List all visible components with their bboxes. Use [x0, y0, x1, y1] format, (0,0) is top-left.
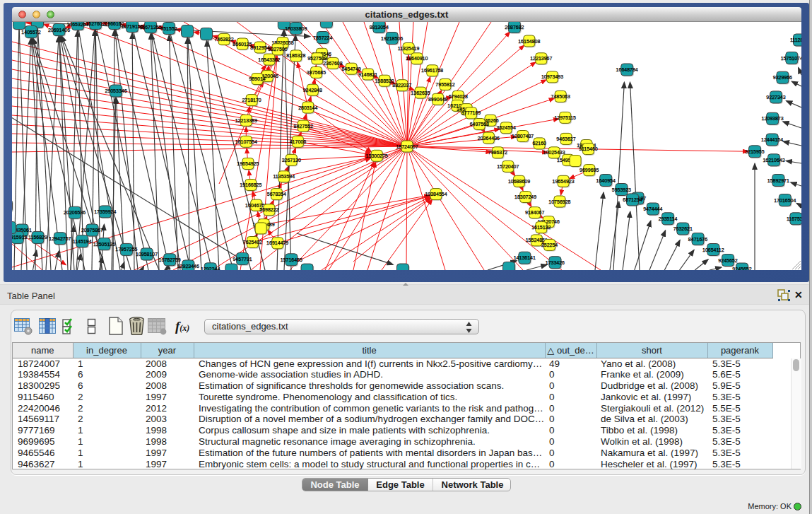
svg-text:6794028: 6794028 [449, 94, 468, 99]
svg-text:11325419: 11325419 [398, 46, 420, 51]
svg-text:16648784: 16648784 [616, 67, 638, 72]
svg-text:10025433: 10025433 [543, 150, 565, 155]
svg-text:16782759: 16782759 [159, 257, 181, 262]
svg-text:1733426: 1733426 [546, 260, 565, 265]
svg-text:751552: 751552 [160, 26, 177, 31]
svg-text:17016504: 17016504 [774, 198, 796, 203]
svg-text:10756928: 10756928 [548, 199, 570, 204]
svg-text:9245652: 9245652 [732, 267, 751, 270]
svg-text:9329966: 9329966 [773, 75, 792, 80]
svg-text:252254: 252254 [541, 243, 558, 247]
svg-text:16914479: 16914479 [266, 240, 288, 245]
svg-text:6871234: 6871234 [623, 197, 642, 202]
svg-text:18307249: 18307249 [514, 194, 536, 199]
svg-text:15716485: 15716485 [281, 257, 302, 262]
svg-text:8186328: 8186328 [286, 53, 305, 58]
svg-text:9327500: 9327500 [268, 47, 287, 52]
svg-text:2803144: 2803144 [298, 105, 317, 110]
svg-text:8822037: 8822037 [392, 83, 411, 88]
svg-text:19218506: 19218506 [381, 36, 403, 41]
svg-text:19654925: 19654925 [237, 161, 259, 166]
svg-text:9184067: 9184067 [525, 210, 544, 215]
svg-text:10807487: 10807487 [512, 134, 534, 139]
svg-text:9457791: 9457791 [233, 257, 252, 262]
svg-text:989014: 989014 [249, 76, 265, 81]
svg-text:12505135: 12505135 [93, 242, 115, 247]
svg-text:7955812: 7955812 [435, 82, 454, 87]
svg-text:29053346: 29053346 [105, 88, 126, 93]
svg-text:20206536: 20206536 [64, 210, 86, 215]
svg-text:8660125: 8660125 [233, 42, 252, 47]
svg-text:3875685: 3875685 [307, 70, 326, 75]
svg-text:9777169: 9777169 [461, 110, 481, 115]
svg-text:16033809: 16033809 [285, 26, 307, 31]
svg-text:12444154: 12444154 [761, 137, 783, 142]
svg-text:7625402: 7625402 [243, 240, 262, 245]
svg-text:9463627: 9463627 [556, 136, 575, 141]
svg-text:19166825: 19166825 [240, 182, 261, 187]
svg-text:3267130: 3267130 [282, 158, 301, 163]
svg-text:12213967: 12213967 [530, 56, 552, 61]
svg-text:16107554: 16107554 [235, 139, 257, 144]
svg-text:10973493: 10973493 [541, 74, 563, 79]
svg-text:2087682: 2087682 [505, 25, 524, 30]
svg-text:12975115: 12975115 [554, 115, 576, 120]
svg-text:8454749: 8454749 [341, 66, 360, 71]
svg-text:7986372: 7986372 [488, 150, 507, 155]
svg-text:18640910: 18640910 [406, 56, 428, 61]
svg-text:12923446: 12923446 [177, 264, 199, 269]
svg-text:14136141: 14136141 [514, 255, 536, 260]
svg-text:1405572: 1405572 [21, 30, 40, 35]
svg-text:20975867: 20975867 [81, 228, 103, 233]
svg-text:9115460: 9115460 [579, 146, 598, 151]
svg-text:1527602: 1527602 [86, 22, 105, 26]
svg-text:9146821: 9146821 [358, 72, 377, 77]
svg-text:1640954: 1640954 [596, 178, 616, 183]
svg-text:7463822: 7463822 [214, 37, 233, 42]
svg-text:7632621: 7632621 [673, 226, 693, 231]
svg-text:8471676: 8471676 [688, 237, 707, 242]
svg-text:15720407: 15720407 [497, 164, 519, 169]
svg-text:20364436: 20364436 [478, 136, 500, 141]
svg-text:18724007: 18724007 [396, 144, 418, 149]
svg-text:2935114: 2935114 [659, 216, 678, 221]
svg-text:12093873: 12093873 [762, 116, 784, 121]
svg-text:16671355: 16671355 [139, 25, 161, 30]
svg-text:16543362: 16543362 [258, 57, 280, 62]
svg-text:9699695: 9699695 [579, 168, 599, 173]
svg-text:17359924: 17359924 [94, 209, 116, 214]
svg-text:16154808: 16154808 [518, 39, 540, 44]
svg-text:16210643: 16210643 [763, 158, 784, 163]
svg-text:1112843: 1112843 [790, 37, 801, 42]
svg-text:11353594: 11353594 [273, 174, 295, 179]
svg-text:5953923: 5953923 [612, 187, 631, 192]
svg-text:17957255: 17957255 [115, 247, 137, 252]
svg-text:1588520: 1588520 [375, 78, 394, 83]
svg-text:8813054: 8813054 [370, 25, 389, 30]
svg-text:7485063: 7485063 [551, 94, 570, 99]
svg-text:10688609: 10688609 [508, 179, 530, 184]
svg-text:19654923: 19654923 [553, 179, 575, 184]
svg-text:8990448: 8990448 [428, 97, 447, 102]
svg-text:1145194: 1145194 [73, 239, 92, 244]
svg-text:15892971: 15892971 [767, 178, 789, 183]
svg-text:2718170: 2718170 [242, 98, 261, 103]
svg-text:20691406: 20691406 [48, 28, 70, 33]
svg-text:10958107: 10958107 [136, 252, 158, 257]
svg-text:417006: 417006 [290, 139, 306, 144]
svg-text:15300275: 15300275 [366, 153, 388, 158]
svg-text:3215955: 3215955 [745, 149, 764, 154]
svg-text:16961758: 16961758 [421, 68, 443, 73]
svg-text:1615132: 1615132 [531, 225, 551, 230]
svg-text:62160: 62160 [532, 141, 546, 146]
svg-text:1362635: 1362635 [411, 90, 430, 95]
svg-text:5698222: 5698222 [259, 207, 278, 212]
svg-text:7857224: 7857224 [313, 35, 332, 40]
svg-text:9242848: 9242848 [303, 88, 322, 93]
svg-text:2367608: 2367608 [323, 61, 342, 66]
svg-text:19384554: 19384554 [425, 192, 447, 197]
svg-text:9245652: 9245652 [718, 258, 737, 263]
svg-text:15751074: 15751074 [781, 56, 801, 61]
svg-text:8427552: 8427552 [294, 124, 313, 129]
svg-text:6497568: 6497568 [470, 122, 489, 127]
